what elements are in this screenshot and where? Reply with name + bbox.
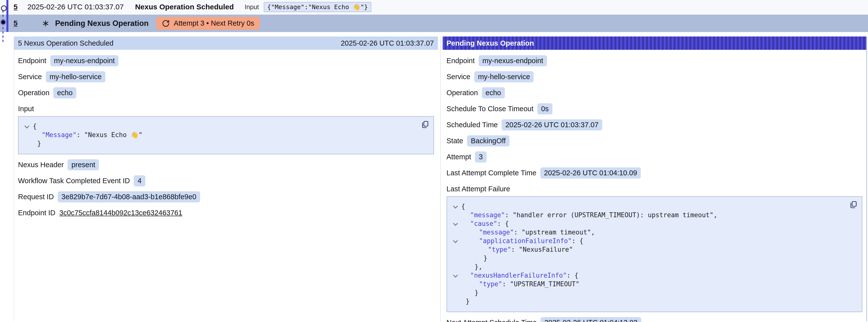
event-timestamp: 2025-02-26 UTC 01:03:37.07	[27, 3, 124, 11]
field-row: StateBackingOff	[446, 135, 863, 147]
timeline-node-filled-icon	[1, 20, 5, 24]
field-value-badge: echo	[53, 87, 76, 98]
field-label: Service	[18, 73, 42, 81]
field-value-badge: echo	[482, 87, 505, 98]
field-label: Operation	[446, 89, 478, 97]
field-label: Attempt	[446, 153, 471, 161]
field-label: Endpoint ID	[18, 209, 56, 217]
field-value-badge: BackingOff	[467, 135, 509, 147]
field-label: Workflow Task Completed Event ID	[18, 177, 130, 185]
code-line: {	[450, 202, 857, 211]
field-label: Service	[446, 73, 470, 81]
json-text: : {	[567, 272, 578, 279]
json-key: "cause"	[470, 220, 497, 227]
json-text: : "upstream timeout",	[514, 229, 595, 236]
json-key: "type"	[488, 246, 511, 253]
field-value-badge: 3	[475, 151, 486, 162]
collapse-chevron-icon[interactable]	[453, 204, 458, 208]
json-key: "message"	[470, 211, 505, 219]
field-value-badge: 0s	[537, 103, 552, 115]
input-block-label: Input	[18, 105, 434, 113]
field-value-badge: present	[68, 159, 99, 170]
collapse-chevron-icon[interactable]	[24, 124, 29, 128]
field-value-badge: my-nexus-endpoint	[479, 55, 547, 66]
field-value-badge: my-nexus-endpoint	[50, 55, 119, 66]
field-value-badge: 2025-02-26 UTC 01:03:37.07	[502, 119, 602, 130]
json-text: }	[37, 140, 41, 147]
field-value-badge: 3e829b7e-7d67-4b08-aad3-b1e868bfe9e0	[58, 191, 200, 202]
field-label: Operation	[18, 89, 49, 97]
field-row: Scheduled Time2025-02-26 UTC 01:03:37.07	[446, 119, 863, 130]
code-line: "nexusHandlerFailureInfo": {	[450, 271, 857, 280]
retry-badge[interactable]: Attempt 3 • Next Retry 0s	[156, 17, 259, 30]
event-id-link[interactable]: 5	[13, 3, 18, 11]
json-text: : "UPSTREAM_TIMEOUT"	[502, 280, 579, 288]
field-row: Nexus Headerpresent	[18, 159, 434, 170]
field-row: Servicemy-hello-service	[18, 71, 434, 82]
code-line: }	[450, 254, 857, 263]
field-row: Servicemy-hello-service	[446, 71, 863, 82]
json-text: }	[484, 254, 488, 262]
failure-code-block: {"message": "handler error (UPSTREAM_TIM…	[446, 196, 863, 312]
field-row: Request ID3e829b7e-7d67-4b08-aad3-b1e868…	[18, 191, 434, 202]
field-label: State	[446, 137, 463, 145]
json-key: "applicationFailureInfo"	[479, 237, 572, 245]
code-line: "message": "handler error (UPSTREAM_TIME…	[450, 211, 857, 219]
event-detail-panel: 5 Nexus Operation Scheduled 2025-02-26 U…	[14, 36, 440, 321]
pending-title: Pending Nexus Operation	[55, 19, 149, 28]
field-value-badge: 2025-02-26 UTC 01:04:13.93	[540, 317, 641, 322]
event-detail-fields: Endpointmy-nexus-endpointServicemy-hello…	[18, 55, 434, 98]
json-key: "message"	[479, 229, 514, 236]
json-key: "nexusHandlerFailureInfo"	[470, 272, 567, 279]
endpoint-id-link[interactable]: 3c0c75ccfa8144b092c13ce632463761	[59, 209, 182, 217]
pending-row[interactable]: 5 Pending Nexus Operation Attempt 3 • Ne…	[0, 14, 868, 32]
pending-detail-panel: Pending Nexus Operation Endpointmy-nexus…	[440, 36, 867, 321]
event-detail-body: Endpointmy-nexus-endpointServicemy-hello…	[14, 50, 438, 218]
json-text: }	[475, 289, 479, 296]
field-value-badge: 2025-02-26 UTC 01:04:10.09	[540, 167, 641, 179]
field-row: Next Attempt Schedule Time2025-02-26 UTC…	[446, 317, 863, 322]
field-row: Operationecho	[446, 87, 863, 98]
field-value-badge: my-hello-service	[474, 71, 534, 82]
event-input-label: Input	[245, 3, 259, 11]
field-row: Endpointmy-nexus-endpoint	[446, 55, 863, 66]
event-title: Nexus Operation Scheduled	[135, 3, 234, 11]
timeline-selected-bar	[6, 0, 8, 32]
json-text: : "NexusFailure"	[511, 246, 573, 253]
event-detail-panels: 5 Nexus Operation Scheduled 2025-02-26 U…	[14, 36, 867, 321]
field-row: Attempt3	[446, 151, 863, 162]
json-text: },	[475, 263, 483, 270]
pending-detail-fields: Endpointmy-nexus-endpointServicemy-hello…	[446, 55, 863, 179]
field-value-badge: my-hello-service	[46, 71, 105, 82]
code-line: }	[450, 297, 857, 306]
event-input-chip[interactable]: {"Message":"Nexus Echo 👋"}	[264, 2, 371, 12]
field-label: Last Attempt Complete Time	[446, 169, 536, 177]
field-label: Endpoint	[18, 57, 46, 65]
collapse-chevron-icon[interactable]	[453, 273, 458, 278]
code-line: "Message": "Nexus Echo 👋"	[22, 131, 429, 139]
json-text: {	[33, 123, 37, 130]
field-row: Endpoint ID3c0c75ccfa8144b092c13ce632463…	[18, 207, 434, 218]
retry-badge-label: Attempt 3 • Next Retry 0s	[174, 19, 254, 27]
code-line: "message": "upstream timeout",	[450, 228, 857, 237]
code-line: "applicationFailureInfo": {	[450, 237, 857, 245]
event-detail-title: 5 Nexus Operation Scheduled	[18, 39, 114, 47]
asterisk-pending-icon	[41, 19, 50, 28]
code-line: }	[22, 139, 429, 148]
field-row: Endpointmy-nexus-endpoint	[18, 55, 434, 66]
pending-detail-title: Pending Nexus Operation	[446, 39, 534, 47]
input-code-block: {"Message": "Nexus Echo 👋"}	[18, 116, 434, 154]
pending-detail-body: Endpointmy-nexus-endpointServicemy-hello…	[443, 50, 867, 322]
collapse-chevron-icon[interactable]	[453, 238, 458, 243]
field-row: Workflow Task Completed Event ID4	[18, 175, 434, 186]
field-label: Request ID	[18, 193, 54, 201]
pending-id-link[interactable]: 5	[13, 19, 18, 27]
event-row[interactable]: 5 2025-02-26 UTC 01:03:37.07 Nexus Opera…	[0, 0, 868, 14]
event-detail-fields-bottom: Nexus HeaderpresentWorkflow Task Complet…	[18, 159, 434, 218]
collapse-chevron-icon[interactable]	[453, 221, 458, 226]
field-label: Endpoint	[446, 57, 475, 65]
json-key: "Message"	[42, 131, 76, 138]
input-json: {"Message": "Nexus Echo 👋"}	[22, 122, 429, 148]
code-line: "type": "NexusFailure"	[450, 245, 857, 254]
field-label: Next Attempt Schedule Time	[446, 319, 537, 322]
